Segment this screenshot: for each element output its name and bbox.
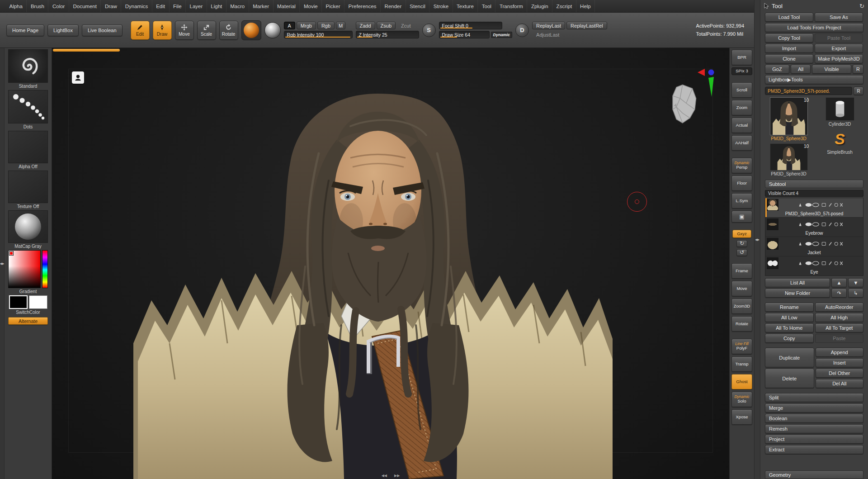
right-shelf-button[interactable]: Actual: [731, 118, 752, 133]
mrgb-button[interactable]: Mrgb: [297, 22, 316, 29]
rgb-intensity-slider[interactable]: Rgb Intensity 100: [284, 31, 353, 38]
brush-selector[interactable]: Standard: [8, 49, 48, 89]
switch-color[interactable]: SwitchColor: [9, 295, 47, 315]
move-button[interactable]: Move: [175, 21, 194, 40]
autoreorder-button[interactable]: AutoReorder: [815, 303, 864, 312]
right-shelf-button[interactable]: Frame: [731, 263, 752, 279]
z-intensity-slider[interactable]: Z Intensity 25: [356, 31, 419, 38]
remesh-section-button[interactable]: Remesh: [765, 424, 863, 433]
material-selector[interactable]: MatCap Gray: [8, 210, 48, 249]
color-picker[interactable]: Gradient: [8, 250, 48, 294]
insert-button[interactable]: Insert: [816, 358, 864, 367]
right-shelf-button[interactable]: Zoom: [731, 100, 752, 115]
saturation-square[interactable]: [8, 250, 41, 288]
subtool-row[interactable]: PM3D_Sphere3D_57t-posed: [765, 198, 863, 218]
zadd-button[interactable]: Zadd: [356, 22, 375, 29]
tool-panel-button[interactable]: Lightbox▶Tools: [765, 75, 863, 84]
all-high-button[interactable]: All High: [815, 313, 864, 322]
menu-item[interactable]: Edit: [152, 0, 170, 12]
draw-size-slider[interactable]: Draw Size 64: [439, 31, 490, 38]
subtool-toggle-icons[interactable]: [781, 202, 862, 208]
subtool-row[interactable]: Eyebrow: [765, 218, 863, 237]
tool-panel-button[interactable]: Make PolyMesh3D: [815, 54, 863, 63]
edit-button[interactable]: Edit: [131, 21, 150, 40]
right-shelf-button[interactable]: SPix 3: [731, 67, 752, 75]
tool-panel-button[interactable]: Paste Tool: [815, 33, 863, 43]
tool-panel-button[interactable]: Load Tools From Project: [765, 23, 863, 32]
replay-last-button[interactable]: ReplayLast: [532, 22, 565, 29]
subtool-row[interactable]: Eye: [765, 256, 863, 275]
all-to-target-button[interactable]: All To Target: [815, 323, 864, 332]
tool-panel-button[interactable]: Clone: [765, 54, 813, 63]
tool-panel-button[interactable]: Copy Tool: [765, 33, 813, 43]
menu-item[interactable]: Light: [207, 0, 226, 12]
right-shelf-button[interactable]: Gxyz: [732, 230, 751, 238]
tray-resize-arrows[interactable]: ◀▶: [0, 262, 5, 266]
tool-panel-button[interactable]: GoZ: [765, 65, 789, 74]
canvas-scrollbar[interactable]: ◀◀ ▶▶: [382, 474, 400, 478]
menu-item[interactable]: Stroke: [429, 0, 453, 12]
folder-branch-icon[interactable]: ↳: [848, 289, 863, 298]
all-low-button[interactable]: All Low: [765, 313, 814, 322]
right-shelf-button[interactable]: ↻: [736, 240, 747, 247]
folder-curl-icon[interactable]: ↷: [831, 289, 847, 298]
geometry-section-header[interactable]: Geometry: [765, 470, 863, 479]
color-a-button[interactable]: A: [284, 22, 295, 29]
stroke-d-badge[interactable]: D: [515, 24, 529, 37]
stroke-s-badge[interactable]: S: [422, 24, 436, 37]
right-shelf-button[interactable]: AAHalf: [731, 135, 752, 151]
tray-resize-arrows[interactable]: ◀▶: [755, 238, 760, 242]
right-shelf-button[interactable]: Ghost: [731, 374, 752, 389]
secondary-color-swatch[interactable]: [29, 295, 47, 309]
menu-item[interactable]: File: [170, 0, 186, 12]
right-shelf-button[interactable]: ▣: [731, 211, 752, 223]
material-sphere-icon[interactable]: [264, 22, 281, 38]
texture-selector[interactable]: Texture Off: [8, 171, 48, 209]
tool-panel-button[interactable]: Export: [815, 44, 863, 53]
all-to-home-button[interactable]: All To Home: [765, 323, 814, 332]
tool-item-sphere3d[interactable]: 10 PM3D_Sphere3D: [765, 97, 812, 141]
new-folder-button[interactable]: New Folder: [765, 289, 830, 298]
menu-item[interactable]: Tool: [478, 0, 495, 12]
adjust-last-button[interactable]: AdjustLast: [532, 31, 563, 38]
menu-item[interactable]: Stencil: [406, 0, 430, 12]
copy-button[interactable]: Copy: [765, 334, 814, 343]
alternate-button[interactable]: Alternate: [8, 317, 48, 325]
menu-item[interactable]: Alpha: [5, 0, 27, 12]
tool-item-sphere3d-2[interactable]: 10 PM3D_Sphere3D: [765, 143, 812, 176]
menu-item[interactable]: Document: [69, 0, 101, 12]
right-shelf-button[interactable]: Transp: [731, 356, 752, 372]
right-shelf-button[interactable]: ↺: [736, 249, 747, 256]
subtool-toggle-icons[interactable]: [781, 221, 862, 228]
menu-item[interactable]: Draw: [101, 0, 121, 12]
menu-item[interactable]: Transform: [495, 0, 527, 12]
subtool-toggle-icons[interactable]: [781, 260, 862, 266]
menu-item[interactable]: Render: [381, 0, 406, 12]
right-shelf-button[interactable]: Line Fill PolyF: [731, 339, 752, 354]
tool-item-cylinder3d[interactable]: Cylinder3D: [816, 97, 863, 127]
menu-item[interactable]: Dynamics: [121, 0, 152, 12]
scale-button[interactable]: Scale: [197, 21, 216, 40]
tool-item-simplebrush[interactable]: S SimpleBrush: [816, 129, 863, 155]
restore-configuration-icon[interactable]: ↻: [859, 3, 864, 9]
right-shelf-button[interactable]: Rotate: [731, 316, 752, 332]
duplicate-button[interactable]: Duplicate: [765, 348, 814, 367]
subtool-row[interactable]: Jacket: [765, 237, 863, 256]
right-shelf-button[interactable]: BPR: [731, 50, 752, 65]
alpha-selector[interactable]: Alpha Off: [8, 131, 48, 169]
append-button[interactable]: Append: [816, 348, 864, 357]
right-shelf-button[interactable]: Zoom3D: [731, 299, 752, 314]
tool-panel-button[interactable]: Load Tool: [765, 13, 813, 22]
merge-section-button[interactable]: Merge: [765, 403, 863, 413]
menu-item[interactable]: Preferences: [344, 0, 381, 12]
menu-item[interactable]: Material: [274, 0, 300, 12]
stroke-selector[interactable]: Dots: [8, 90, 48, 129]
visible-count-slider[interactable]: Visible Count 4: [765, 190, 863, 197]
right-shelf-button[interactable]: Scroll: [731, 82, 752, 98]
dynamic-draw-size-toggle[interactable]: Dynamic: [491, 32, 513, 38]
left-tray-divider[interactable]: ◀▶: [0, 48, 5, 479]
menu-item[interactable]: Picker: [322, 0, 344, 12]
sculpt-model[interactable]: [124, 72, 622, 479]
right-shelf-button[interactable]: Xpose: [731, 409, 752, 425]
tool-panel-button[interactable]: R: [853, 65, 863, 74]
